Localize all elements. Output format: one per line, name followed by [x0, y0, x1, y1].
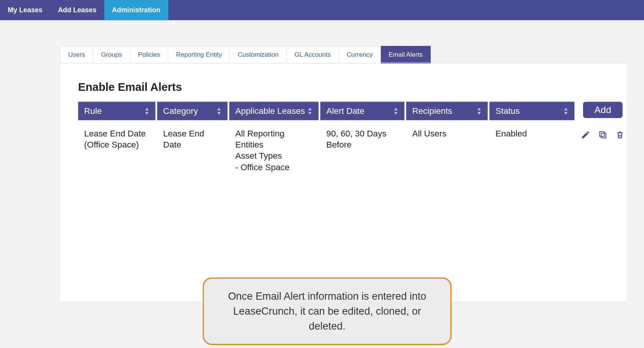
- svg-rect-12: [601, 133, 606, 138]
- tab-policies[interactable]: Policies: [130, 46, 168, 64]
- cell-category: Lease End Date: [157, 122, 228, 172]
- admin-tabs: Users Groups Policies Reporting Entity C…: [60, 46, 644, 64]
- svg-marker-4: [308, 108, 312, 110]
- col-label: Alert Date: [326, 106, 365, 116]
- col-rule[interactable]: Rule: [78, 102, 156, 120]
- info-callout: Once Email Alert information is entered …: [203, 277, 452, 345]
- col-label: Recipients: [412, 106, 452, 116]
- row-actions: [581, 130, 624, 141]
- tab-label: Customization: [238, 51, 278, 58]
- col-category[interactable]: Category: [157, 102, 228, 120]
- top-navigation: My Leases Add Leases Administration: [0, 0, 644, 20]
- sort-icon[interactable]: [216, 107, 221, 115]
- sort-icon[interactable]: [563, 107, 568, 115]
- sort-icon[interactable]: [476, 107, 481, 115]
- edit-icon[interactable]: [581, 130, 590, 141]
- delete-icon[interactable]: [615, 130, 625, 141]
- clone-icon[interactable]: [598, 130, 608, 141]
- col-status[interactable]: Status: [490, 102, 575, 120]
- sort-icon[interactable]: [307, 107, 312, 115]
- alerts-table: Rule Category Applicable Leases Alert Da…: [78, 102, 575, 172]
- svg-marker-7: [394, 112, 398, 115]
- cell-recipients: All Users: [406, 122, 488, 172]
- tab-customization[interactable]: Customization: [230, 46, 287, 64]
- svg-marker-2: [217, 108, 221, 110]
- cell-alert-date: 90, 60, 30 Days Before: [320, 122, 405, 172]
- svg-marker-8: [477, 108, 481, 110]
- email-alerts-panel: Enable Email Alerts Rule Category Applic…: [60, 64, 627, 301]
- svg-marker-11: [564, 112, 568, 115]
- col-label: Rule: [84, 106, 102, 116]
- cell-status: Enabled: [490, 122, 575, 172]
- nav-my-leases[interactable]: My Leases: [0, 0, 50, 20]
- col-label: Applicable Leases: [235, 106, 305, 116]
- cell-rule: Lease End Date (Office Space): [78, 122, 156, 172]
- tab-gl-accounts[interactable]: GL Accounts: [287, 46, 339, 64]
- tab-label: Policies: [138, 51, 160, 58]
- tab-users[interactable]: Users: [60, 46, 93, 64]
- tab-label: GL Accounts: [294, 51, 331, 58]
- tab-label: Users: [68, 51, 85, 58]
- nav-label: My Leases: [8, 6, 43, 14]
- tab-reporting-entity[interactable]: Reporting Entity: [168, 46, 230, 64]
- svg-marker-6: [394, 108, 398, 110]
- panel-title: Enable Email Alerts: [78, 81, 609, 94]
- svg-marker-3: [217, 112, 221, 115]
- add-label: Add: [595, 104, 611, 115]
- nav-label: Add Leases: [58, 6, 97, 14]
- col-recipients[interactable]: Recipients: [406, 102, 488, 120]
- nav-label: Administration: [112, 6, 160, 14]
- svg-marker-5: [308, 112, 312, 115]
- tab-email-alerts[interactable]: Email Alerts: [381, 46, 431, 64]
- col-applicable-leases[interactable]: Applicable Leases: [229, 102, 319, 120]
- tab-label: Groups: [101, 51, 122, 58]
- tab-currency[interactable]: Currency: [339, 46, 381, 64]
- svg-marker-0: [145, 108, 149, 110]
- callout-text: Once Email Alert information is entered …: [228, 290, 426, 332]
- svg-marker-1: [145, 112, 149, 115]
- tab-groups[interactable]: Groups: [93, 46, 130, 64]
- svg-rect-13: [600, 131, 604, 136]
- add-button[interactable]: Add: [583, 102, 622, 118]
- sort-icon[interactable]: [144, 107, 149, 115]
- cell-applicable: All Reporting Entities Asset Types - Off…: [229, 122, 319, 172]
- tab-label: Currency: [347, 51, 373, 58]
- tab-label: Reporting Entity: [176, 51, 222, 58]
- svg-marker-10: [564, 108, 568, 110]
- nav-add-leases[interactable]: Add Leases: [50, 0, 104, 20]
- col-alert-date[interactable]: Alert Date: [320, 102, 405, 120]
- tab-label: Email Alerts: [389, 51, 423, 58]
- col-label: Category: [163, 106, 198, 116]
- col-label: Status: [495, 106, 520, 116]
- sort-icon[interactable]: [393, 107, 398, 115]
- svg-marker-9: [477, 112, 481, 115]
- nav-administration[interactable]: Administration: [104, 0, 168, 20]
